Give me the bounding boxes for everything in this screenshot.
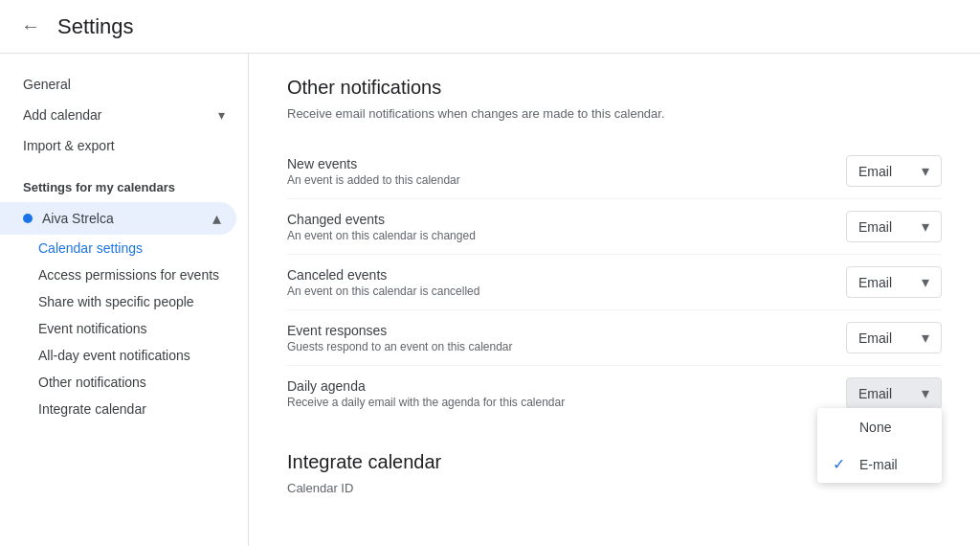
dropdown-option-email[interactable]: ✓ E-mail — [817, 445, 942, 483]
calendar-item-aiva[interactable]: Aiva Strelca ▴ — [0, 202, 236, 235]
notification-row-new-events: New events An event is added to this cal… — [287, 144, 942, 199]
sidebar-item-general[interactable]: General — [0, 69, 248, 100]
back-arrow-icon: ← — [21, 15, 40, 37]
sidebar: General Add calendar ▾ Import & export S… — [0, 54, 249, 546]
dropdown-arrow-icon: ▾ — [922, 162, 929, 180]
content-area: Other notifications Receive email notifi… — [249, 54, 980, 546]
dropdown-popup: ✓ None ✓ E-mail — [817, 408, 942, 483]
chevron-up-icon: ▴ — [212, 208, 221, 229]
notification-row-event-responses: Event responses Guests respond to an eve… — [287, 310, 942, 366]
dropdown-new-events[interactable]: Email ▾ — [846, 155, 942, 187]
calendar-id-label: Calendar ID — [287, 481, 942, 495]
dropdown-arrow-icon: ▾ — [922, 217, 929, 236]
check-icon-email: ✓ — [833, 455, 852, 473]
sidebar-item-add-calendar[interactable]: Add calendar ▾ — [0, 100, 248, 130]
dropdown-canceled-events[interactable]: Email ▾ — [846, 266, 942, 298]
notif-label-new-events: New events — [287, 156, 460, 171]
page-title: Settings — [57, 14, 134, 39]
notification-row-canceled-events: Canceled events An event on this calenda… — [287, 255, 942, 310]
dropdown-arrow-icon: ▾ — [922, 384, 929, 402]
other-notifications-section: Other notifications Receive email notifi… — [287, 77, 942, 421]
main-content: General Add calendar ▾ Import & export S… — [0, 54, 980, 546]
sub-item-allday-notifications[interactable]: All-day event notifications — [0, 342, 248, 369]
dropdown-changed-events[interactable]: Email ▾ — [846, 211, 942, 242]
chevron-down-icon: ▾ — [218, 107, 225, 123]
notif-label-daily-agenda: Daily agenda — [287, 378, 565, 394]
notif-desc-event-responses: Guests respond to an event on this calen… — [287, 340, 512, 353]
notif-label-canceled-events: Canceled events — [287, 267, 479, 283]
notif-desc-daily-agenda: Receive a daily email with the agenda fo… — [287, 396, 565, 409]
back-button[interactable]: ← — [15, 11, 46, 42]
notif-desc-new-events: An event is added to this calendar — [287, 173, 460, 187]
section-desc: Receive email notifications when changes… — [287, 106, 942, 121]
notif-label-event-responses: Event responses — [287, 323, 512, 338]
calendar-name: Aiva Strelca — [42, 211, 114, 226]
calendar-color-dot — [23, 214, 33, 223]
sub-item-share-people[interactable]: Share with specific people — [0, 288, 248, 315]
dropdown-daily-agenda[interactable]: Email ▾ — [846, 377, 942, 409]
notif-desc-canceled-events: An event on this calendar is cancelled — [287, 284, 479, 298]
sub-item-calendar-settings[interactable]: Calendar settings — [0, 235, 248, 262]
my-calendars-header: Settings for my calendars — [0, 172, 248, 202]
dropdown-arrow-icon: ▾ — [922, 273, 929, 291]
calendar-sub-items: Calendar settings Access permissions for… — [0, 235, 248, 422]
sidebar-item-import-export[interactable]: Import & export — [0, 130, 248, 161]
notification-row-changed-events: Changed events An event on this calendar… — [287, 199, 942, 255]
notif-desc-changed-events: An event on this calendar is changed — [287, 229, 476, 242]
sub-item-access-permissions[interactable]: Access permissions for events — [0, 262, 248, 288]
dropdown-option-none[interactable]: ✓ None — [817, 408, 942, 445]
notif-label-changed-events: Changed events — [287, 212, 476, 227]
dropdown-event-responses[interactable]: Email ▾ — [846, 322, 942, 353]
section-title: Other notifications — [287, 77, 942, 99]
dropdown-arrow-icon: ▾ — [922, 329, 929, 347]
top-bar: ← Settings — [0, 0, 980, 54]
sub-item-other-notifications[interactable]: Other notifications — [0, 369, 248, 396]
sub-item-integrate-calendar[interactable]: Integrate calendar — [0, 396, 248, 422]
sub-item-event-notifications[interactable]: Event notifications — [0, 315, 248, 342]
